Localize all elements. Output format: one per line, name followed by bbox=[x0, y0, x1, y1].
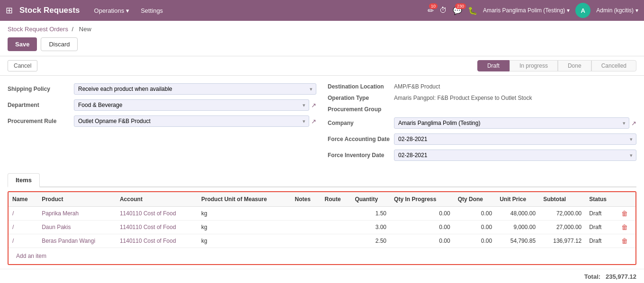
col-qty-done: Qty Done bbox=[454, 192, 496, 207]
menu-item-operations[interactable]: Operations ▾ bbox=[89, 4, 134, 17]
cell-account[interactable]: 1140110 Cost of Food bbox=[116, 207, 197, 221]
table-body: / Paprika Merah 1140110 Cost of Food kg … bbox=[9, 207, 635, 248]
cell-subtotal: 72,000.00 bbox=[539, 207, 585, 221]
cell-delete[interactable]: 🗑 bbox=[617, 234, 635, 248]
admin-name: Admin (kgcitis) bbox=[596, 7, 634, 14]
items-table: Name Product Account Product Unit of Mea… bbox=[9, 192, 635, 248]
add-item-link[interactable]: Add an item bbox=[12, 250, 50, 262]
force-inventory-select[interactable]: 02-28-2021 bbox=[394, 150, 636, 161]
cell-product[interactable]: Paprika Merah bbox=[38, 207, 116, 221]
cell-name[interactable]: / bbox=[9, 221, 38, 234]
admin-menu[interactable]: Admin (kgcitis) ▾ bbox=[596, 7, 638, 14]
company-select[interactable]: Amaris Panglima Polim (Testing) bbox=[394, 117, 629, 129]
status-step-draft[interactable]: Draft bbox=[477, 60, 510, 71]
total-label: Total: bbox=[584, 273, 600, 280]
cell-subtotal: 27,000.00 bbox=[539, 221, 585, 234]
company-select-wrap: Amaris Panglima Polim (Testing) bbox=[394, 117, 629, 129]
company-row: Company Amaris Panglima Polim (Testing) … bbox=[328, 117, 636, 129]
col-name: Name bbox=[9, 192, 38, 207]
discard-button[interactable]: Discard bbox=[41, 37, 78, 51]
department-ext-link-icon[interactable]: ↗ bbox=[311, 102, 316, 109]
procurement-rule-select[interactable]: Outlet Opname F&B Product bbox=[74, 115, 309, 127]
force-inventory-label: Force Inventory Date bbox=[328, 152, 394, 159]
department-select-wrap: Food & Beverage bbox=[74, 99, 309, 111]
table-row: / Beras Pandan Wangi 1140110 Cost of Foo… bbox=[9, 234, 635, 248]
items-table-wrap: Name Product Account Product Unit of Mea… bbox=[8, 191, 636, 265]
cell-delete[interactable]: 🗑 bbox=[617, 207, 635, 221]
destination-location-label: Destination Location bbox=[328, 83, 394, 90]
bug-icon-btn[interactable]: 🐛 bbox=[468, 6, 477, 15]
grid-icon[interactable]: ⊞ bbox=[6, 5, 13, 16]
force-accounting-row: Force Accounting Date 02-28-2021 bbox=[328, 133, 636, 145]
breadcrumb-current: New bbox=[79, 26, 91, 33]
cancel-button[interactable]: Cancel bbox=[8, 60, 37, 71]
cell-unit-price: 9,000.00 bbox=[496, 221, 539, 234]
department-label: Department bbox=[8, 102, 74, 108]
cell-quantity: 3.00 bbox=[351, 221, 390, 234]
edit-icon-btn[interactable]: ✏ 10 bbox=[428, 6, 434, 15]
force-accounting-label: Force Accounting Date bbox=[328, 136, 394, 142]
col-status: Status bbox=[585, 192, 617, 207]
delete-row-button[interactable]: 🗑 bbox=[621, 237, 628, 245]
procurement-rule-ext-link-icon[interactable]: ↗ bbox=[311, 118, 316, 125]
clock-icon-btn[interactable]: ⏱ bbox=[439, 6, 447, 15]
status-step-cancelled[interactable]: Cancelled bbox=[591, 60, 636, 71]
breadcrumb-separator: / bbox=[72, 26, 74, 33]
cell-product[interactable]: Beras Pandan Wangi bbox=[38, 234, 116, 248]
table-row: / Paprika Merah 1140110 Cost of Food kg … bbox=[9, 207, 635, 221]
footer-total: Total: 235,977.12 bbox=[0, 269, 644, 283]
status-step-inprogress[interactable]: In progress bbox=[510, 60, 558, 71]
tab-list: Items bbox=[8, 173, 636, 187]
cell-qty-in-progress: 0.00 bbox=[390, 207, 454, 221]
tab-items[interactable]: Items bbox=[8, 173, 40, 187]
cell-qty-done: 0.00 bbox=[454, 234, 496, 248]
chat-icon-btn[interactable]: 💬 230 bbox=[453, 6, 462, 15]
edit-badge: 10 bbox=[429, 3, 438, 9]
avatar[interactable]: A bbox=[575, 3, 590, 18]
app-title[interactable]: Stock Requests bbox=[19, 6, 80, 15]
department-select[interactable]: Food & Beverage bbox=[74, 99, 309, 111]
shipping-policy-row: Shipping Policy Receive each product whe… bbox=[8, 83, 316, 95]
cell-name[interactable]: / bbox=[9, 234, 38, 248]
shipping-policy-select[interactable]: Receive each product when available bbox=[74, 83, 316, 95]
breadcrumb: Stock Request Orders / New bbox=[0, 21, 644, 35]
form-left: Shipping Policy Receive each product whe… bbox=[8, 83, 316, 166]
col-subtotal: Subtotal bbox=[539, 192, 585, 207]
operation-type-label: Operation Type bbox=[328, 95, 394, 101]
company-ext-link-icon[interactable]: ↗ bbox=[631, 120, 636, 127]
cell-status: Draft bbox=[585, 221, 617, 234]
shipping-policy-select-wrap: Receive each product when available bbox=[74, 83, 316, 95]
items-area: Name Product Account Product Unit of Mea… bbox=[0, 187, 644, 269]
cell-account[interactable]: 1140110 Cost of Food bbox=[116, 234, 197, 248]
breadcrumb-parent[interactable]: Stock Request Orders bbox=[8, 26, 68, 33]
shipping-policy-label: Shipping Policy bbox=[8, 86, 74, 92]
operation-type-value: Amaris Pangpol: F&B Product Expense to O… bbox=[394, 95, 532, 101]
tabs-area: Items bbox=[0, 169, 644, 187]
col-route: Route bbox=[321, 192, 351, 207]
cell-subtotal: 136,977.12 bbox=[539, 234, 585, 248]
col-account: Account bbox=[116, 192, 197, 207]
total-value: 235,977.12 bbox=[606, 273, 636, 280]
status-step-done[interactable]: Done bbox=[558, 60, 591, 71]
chevron-down-icon: ▾ bbox=[126, 7, 129, 14]
cell-delete[interactable]: 🗑 bbox=[617, 221, 635, 234]
topnav-menu: Operations ▾ Settings bbox=[89, 4, 428, 17]
user-menu[interactable]: Amaris Panglima Polim (Testing) ▾ bbox=[483, 7, 570, 14]
cell-qty-in-progress: 0.00 bbox=[390, 221, 454, 234]
save-button[interactable]: Save bbox=[8, 37, 37, 51]
force-inventory-row: Force Inventory Date 02-28-2021 bbox=[328, 150, 636, 161]
chat-badge: 230 bbox=[455, 3, 466, 9]
delete-row-button[interactable]: 🗑 bbox=[621, 223, 628, 231]
form-area: Shipping Policy Receive each product whe… bbox=[0, 76, 644, 169]
cell-uom: kg bbox=[197, 221, 291, 234]
menu-item-settings[interactable]: Settings bbox=[136, 4, 168, 17]
delete-row-button[interactable]: 🗑 bbox=[621, 210, 628, 217]
force-accounting-select[interactable]: 02-28-2021 bbox=[394, 133, 636, 145]
cell-account[interactable]: 1140110 Cost of Food bbox=[116, 221, 197, 234]
cell-name[interactable]: / bbox=[9, 207, 38, 221]
operation-type-row: Operation Type Amaris Pangpol: F&B Produ… bbox=[328, 95, 636, 101]
table-row: / Daun Pakis 1140110 Cost of Food kg 3.0… bbox=[9, 221, 635, 234]
cell-notes bbox=[291, 234, 321, 248]
cell-notes bbox=[291, 221, 321, 234]
cell-product[interactable]: Daun Pakis bbox=[38, 221, 116, 234]
